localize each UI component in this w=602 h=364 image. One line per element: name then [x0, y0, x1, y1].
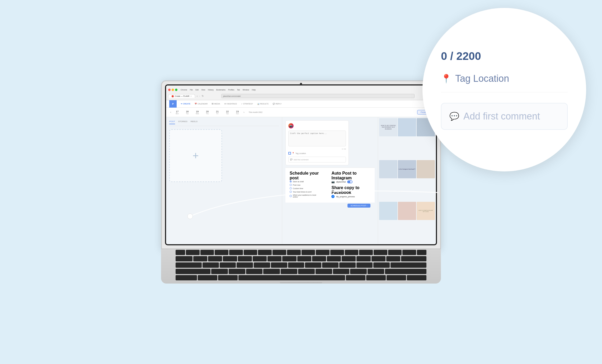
menu-view[interactable]: View — [201, 89, 205, 91]
option-draft[interactable]: Save as draft — [290, 180, 321, 183]
zoom-tag-location-label: Tag Location — [455, 73, 509, 84]
browser-title-bar: Chrome File Edit View History Bookmarks … — [166, 85, 436, 93]
cal-day-18[interactable]: 18Tue — [183, 110, 191, 114]
instagram-account: @plannthat — [336, 181, 346, 183]
option-post-now[interactable]: Post now — [290, 184, 321, 186]
comment-icon: 💬 — [290, 159, 293, 161]
traffic-light-green[interactable] — [175, 89, 177, 91]
cal-day-20[interactable]: 20Thu — [203, 110, 211, 114]
first-comment-label: Add first comment — [294, 159, 308, 161]
first-comment-row[interactable]: 💬 Add first comment — [288, 157, 346, 162]
location-row[interactable]: 📍 Tag Location — [288, 152, 346, 155]
menu-file[interactable]: File — [190, 89, 193, 91]
instagram-icon: 📷 — [331, 180, 335, 183]
cal-next-arrow[interactable]: › — [243, 111, 244, 114]
ig-post-editor: 📷 0 / 35 📍 Tag Location — [285, 120, 349, 165]
nav-calendar[interactable]: 📅 CALENDAR — [195, 103, 208, 105]
media-thumb-9[interactable]: HOW TO CREATE A HOLIDAY GIFT GUIDE — [417, 202, 435, 220]
keyboard-row-4 — [176, 269, 426, 274]
tab-reels[interactable]: REELS — [191, 120, 197, 124]
option-custom[interactable]: Custom time — [290, 187, 321, 189]
zoom-tag-location-row[interactable]: 📍 Tag Location — [441, 73, 568, 92]
cal-day-23[interactable]: 23Sun — [233, 110, 241, 114]
location-pin-icon: 📍 — [292, 152, 294, 154]
facebook-account: My_progress_princess — [336, 196, 355, 198]
menu-edit[interactable]: Edit — [195, 89, 199, 91]
keyboard-row-5 — [176, 275, 426, 280]
facebook-icon: f — [331, 195, 335, 198]
menu-chrome[interactable]: Chrome — [181, 89, 187, 91]
cal-day-17[interactable]: 17Mon — [173, 110, 181, 114]
media-thumb-1[interactable]: HOW TO GET STARTED ON PINTEREST AS A BUS… — [379, 118, 397, 136]
cal-day-22[interactable]: 22Sat — [223, 110, 231, 114]
laptop-container: Chrome File Edit View History Bookmarks … — [161, 80, 441, 284]
trackpad[interactable] — [280, 282, 322, 283]
nav-strategy[interactable]: ✓ STRATEGY — [241, 103, 253, 105]
menu-window[interactable]: Window — [243, 89, 249, 91]
tab-close-icon[interactable]: × — [190, 95, 192, 97]
center-panel: 📷 0 / 35 📍 Tag Location — [282, 117, 378, 244]
tab-stories[interactable]: STORIES — [178, 120, 187, 124]
option-best-times[interactable]: Your best times to post — [290, 191, 321, 193]
media-upload-area[interactable]: + — [169, 129, 222, 182]
menu-profiles[interactable]: Profiles — [228, 89, 234, 91]
address-bar[interactable]: plannthat.com/create/ — [221, 94, 415, 98]
media-thumb-5[interactable]: Is the Instagram feed back?! — [398, 160, 416, 178]
back-icon[interactable]: ‹ — [197, 95, 197, 98]
menu-bookmarks[interactable]: Bookmarks — [216, 89, 225, 91]
nav-results[interactable]: 📊 RESULTS — [257, 103, 269, 105]
app-logo: P — [169, 100, 177, 108]
forward-icon[interactable]: › — [199, 95, 200, 98]
nav-hashtags[interactable]: ## HASHTAGS — [224, 103, 237, 105]
post-tabs: POST STORIES REELS — [169, 120, 279, 126]
keyboard-row-1 — [176, 250, 426, 255]
zoom-first-comment-label: Add first comment — [463, 111, 540, 122]
cal-prev-arrow[interactable]: ‹ — [170, 111, 171, 114]
zoom-first-comment-button[interactable]: 💬 Add first comment — [441, 103, 568, 130]
nav-media[interactable]: 🖼 MEDIA — [212, 103, 220, 105]
auto-post-title: Auto Post to Instagram — [331, 171, 370, 180]
laptop-lid: Chrome File Edit View History Bookmarks … — [161, 80, 441, 249]
auto-post-toggle[interactable] — [347, 180, 352, 183]
cal-day-21[interactable]: 21Fri — [213, 110, 221, 114]
schedule-post-button[interactable]: SCHEDULE POST › — [347, 204, 370, 208]
browser-tab[interactable]: Create — PLANR × — [168, 94, 195, 98]
tab-post[interactable]: POST — [169, 120, 175, 124]
instagram-platform-row: 📷 @plannthat — [331, 180, 370, 183]
menu-tab[interactable]: Tab — [237, 89, 240, 91]
traffic-lights — [168, 89, 177, 91]
laptop-keyboard-base — [161, 249, 441, 284]
media-thumb-2[interactable] — [398, 118, 416, 136]
media-thumb-8[interactable] — [398, 202, 416, 220]
menu-help[interactable]: Help — [252, 89, 256, 91]
keyboard-row-2 — [176, 256, 426, 261]
address-text: plannthat.com/create/ — [223, 95, 241, 97]
facebook-platform-row: f My_progress_princess — [331, 195, 370, 198]
media-grid-panel: HOW TO GET STARTED ON PINTEREST AS A BUS… — [378, 117, 436, 244]
schedule-post-col: Schedule your post Save as draft Post no… — [290, 171, 321, 199]
zoom-char-count: 0 / 2200 — [441, 50, 568, 63]
screen-content: Chrome File Edit View History Bookmarks … — [166, 85, 436, 244]
zoom-circle: 0 / 2200 📍 Tag Location 💬 Add first comm… — [422, 8, 586, 171]
media-thumb-7[interactable] — [379, 202, 397, 220]
menu-history[interactable]: History — [208, 89, 214, 91]
location-label: Tag Location — [295, 152, 306, 154]
app-nav: P ✏ CREATE 📅 CALENDAR 🖼 MEDIA ## HASHTAG… — [166, 100, 436, 108]
reload-icon[interactable]: ↻ — [202, 95, 204, 97]
traffic-light-red[interactable] — [168, 89, 171, 91]
ig-header: 📷 — [288, 123, 346, 128]
main-area: POST STORIES REELS + 📷 — [166, 117, 436, 244]
media-thumb-6[interactable] — [417, 160, 435, 178]
nav-create[interactable]: ✏ CREATE — [181, 103, 190, 105]
option-audience[interactable]: When your audience is most online — [290, 194, 321, 198]
location-dot — [288, 152, 291, 155]
cal-day-19[interactable]: 19Wed — [193, 110, 201, 114]
browser-chrome: Chrome File Edit View History Bookmarks … — [166, 85, 436, 100]
nav-reply[interactable]: 💬 REPLY — [273, 103, 281, 105]
media-thumb-4[interactable] — [379, 160, 397, 178]
traffic-light-yellow[interactable] — [172, 89, 174, 91]
screen-bezel: Chrome File Edit View History Bookmarks … — [165, 84, 437, 245]
zoom-location-icon: 📍 — [441, 74, 452, 84]
caption-input[interactable] — [288, 131, 346, 146]
month-label: This month 2022 — [249, 111, 262, 113]
